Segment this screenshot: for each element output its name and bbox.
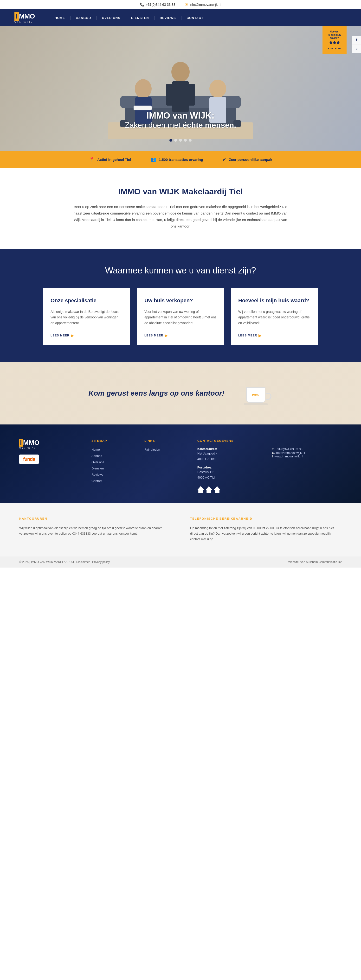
footer-link-over-ons[interactable]: Over ons [91,460,135,464]
cta-section: Kom gerust eens langs op ons kantoor! IM… [0,362,361,425]
nav-item-contact[interactable]: CONTACT [181,16,209,20]
badge-title: Hoeveel is mijn huis waard? [327,30,342,40]
hero-dot-1[interactable] [169,139,173,142]
instagram-button[interactable]: ○ [352,45,361,53]
funda-badge[interactable]: funda [19,455,39,464]
location-icon: 📍 [89,157,95,162]
nav-link-home[interactable]: HOME [54,16,65,20]
nav-link-aanbod[interactable]: AANBOD [76,16,91,20]
logo[interactable]: I MMO VAN WIJK [14,12,35,24]
footer-postal-block: Postadres: Postbus 1114000 AC Tiel [197,466,342,480]
facebook-button[interactable]: f [352,36,361,45]
lees-meer-arrow-1: ▶ [71,333,74,338]
lees-meer-1[interactable]: LEES MEER ▶ [51,333,123,338]
footer-logo[interactable]: I MMO VAN WIJK [19,439,82,450]
svg-point-12 [209,80,226,98]
badge-cta-text: KLIK HIER [327,46,342,50]
hero-dot-2[interactable] [174,139,177,142]
svg-point-8 [171,62,190,82]
footer-link-over-ons-a[interactable]: Over ons [91,460,104,464]
office-hours-body: Wij willen u optimaal van dienst zijn en… [19,525,171,536]
footer-email-line: E. info@immovanwijk.nl [272,451,342,455]
footer-fair-bieden-a[interactable]: Fair bieden [144,448,160,452]
hero-dots [169,139,192,142]
service-title-1: Onze specialisatie [51,297,123,304]
footer-contact-info: T. +31(0)344 63 33 33 E. info@immovanwij… [272,447,342,462]
hero-dot-5[interactable] [188,139,192,142]
footer-sitemap-col: SITEMAP Home Aanbod Over ons Diensten Re… [91,439,135,493]
footer-link-contact-a[interactable]: Contact [91,479,102,483]
service-card-2: Uw huis verkopen? Voor het verkopen van … [137,288,224,345]
footer-links-title: LINKS [144,439,188,442]
footer-link-diensten[interactable]: Diensten [91,466,135,470]
footer-privacy-link[interactable]: Privacy policy [92,560,110,564]
footer-fair-bieden[interactable]: Fair bieden [144,447,188,452]
feature-location-text: Actief in geheel Tiel [97,158,131,162]
footer-logo-mmo: MMO [23,439,40,447]
footer-link-aanbod-a[interactable]: Aanbod [91,454,102,458]
footer-links-col: LINKS Fair bieden [144,439,188,493]
footer-office-addr-text: Het Jaagpad 44006 GK Tiel [197,451,267,462]
footer-office-address: Kantooradres: Het Jaagpad 44006 GK Tiel [197,447,267,462]
footer-link-reviews-a[interactable]: Reviews [91,473,103,476]
nav-links: HOME AANBOD OVER ONS DIENSTEN REVIEWS CO… [49,16,209,20]
service-title-3: Hoeveel is mijn huis waard? [238,297,310,304]
footer-postal-label: Postadres: [197,466,342,469]
footer-disclaimer-link[interactable]: Disclaimer [76,560,90,564]
nav-item-home[interactable]: HOME [49,16,70,20]
intro-body: Bent u op zoek naar een no-nonsense make… [72,204,289,229]
nav-item-over-ons[interactable]: OVER ONS [96,16,126,20]
nav-item-aanbod[interactable]: AANBOD [70,16,96,20]
nav-link-reviews[interactable]: REVIEWS [160,16,176,20]
nav-link-over-ons[interactable]: OVER ONS [102,16,120,20]
services-grid: Onze specialisatie Als enige makelaar in… [24,288,337,345]
footer-credit: Website: Van Sulichem Communicatie BV [288,560,342,564]
nav-link-contact[interactable]: CONTACT [187,16,204,20]
feature-location: 📍 Actief in geheel Tiel [89,157,131,162]
email-address: info@immovanwijk.nl [189,3,221,6]
hero-text: IMMO van WIJK: Zaken doen met échte mens… [125,111,236,130]
phone-availability-col: TELEFONISCHE BEREIKBAARHEID Op maandag t… [190,517,342,542]
hero-image-area [0,26,361,151]
hero-dot-3[interactable] [179,139,182,142]
footer-link-diensten-a[interactable]: Diensten [91,466,104,470]
cup-handle [266,393,272,400]
lees-meer-3[interactable]: LEES MEER ▶ [238,333,310,338]
footer-copyright: © 2025 | IMMO VAN WIJK MAKELAARDIJ | [19,560,75,564]
feature-transactions-text: 1.500 transacties ervaring [159,158,203,162]
hero-dot-4[interactable] [184,139,187,142]
office-section: KANTOORUREN Wij willen u optimaal van di… [0,503,361,557]
main-nav: I MMO VAN WIJK HOME AANBOD OVER ONS DIEN… [0,10,361,26]
footer-copyright-area: © 2025 | IMMO VAN WIJK MAKELAARDIJ | Dis… [19,560,110,564]
footer-link-contact[interactable]: Contact [91,479,135,483]
cta-text: Kom gerust eens langs op ons kantoor! [88,389,224,397]
cup-body: IMMO [246,387,265,403]
service-card-1: Onze specialisatie Als enige makelaar in… [43,288,130,345]
lees-meer-label-3: LEES MEER [238,334,257,337]
nav-item-reviews[interactable]: REVIEWS [154,16,181,20]
features-bar: 📍 Actief in geheel Tiel 👥 1.500 transact… [0,151,361,168]
footer-link-home-a[interactable]: Home [91,448,100,452]
footer-link-home[interactable]: Home [91,447,135,452]
intro-title: IMMO van WIJK Makelaardij Tiel [48,187,313,196]
social-sidebar: f ○ [352,36,361,53]
nav-link-diensten[interactable]: DIENSTEN [131,16,149,20]
service-body-1: Als enige makelaar in de Betuwe ligt de … [51,309,123,326]
hero-badge[interactable]: Hoeveel is mijn huis waard? KLIK HIER [323,26,347,54]
footer-house-1 [197,486,204,493]
footer-link-reviews[interactable]: Reviews [91,473,135,477]
svg-rect-11 [188,84,195,106]
nav-item-diensten[interactable]: DIENSTEN [126,16,154,20]
badge-line3: waard? [330,37,339,39]
footer-office-label: Kantooradres: [197,447,267,451]
lees-meer-label-2: LEES MEER [144,334,163,337]
phone-icon: 📞 [140,2,144,7]
lees-meer-2[interactable]: LEES MEER ▶ [144,333,217,338]
services-title: Waarmee kunnen we u van dienst zijn? [24,266,337,275]
intro-section: IMMO van WIJK Makelaardij Tiel Bent u op… [0,168,361,249]
svg-point-5 [135,79,152,99]
hero-title: IMMO van WIJK: [125,111,236,121]
service-card-3: Hoeveel is mijn huis waard? Wij vertelle… [231,288,318,345]
footer-link-aanbod[interactable]: Aanbod [91,453,135,458]
logo-i-letter: I [14,12,19,21]
